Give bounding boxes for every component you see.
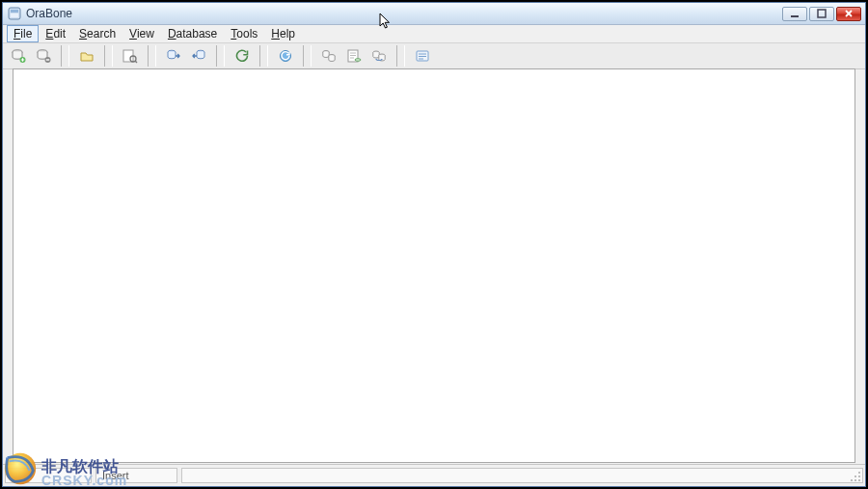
refresh-all-icon[interactable] (274, 44, 297, 68)
import-icon[interactable] (187, 44, 210, 68)
open-icon[interactable] (75, 44, 98, 68)
separator-icon (148, 45, 156, 67)
status-cell-left (5, 468, 92, 483)
statusbar: Insert (3, 464, 865, 486)
svg-point-21 (858, 472, 860, 474)
sql-editor-icon[interactable] (411, 44, 434, 68)
export-icon[interactable] (162, 44, 185, 68)
minimize-button[interactable] (782, 7, 807, 21)
new-connection-icon[interactable] (7, 44, 30, 68)
find-icon[interactable] (119, 44, 142, 68)
script-icon[interactable] (342, 44, 366, 68)
menubar: File Edit Search View Database Tools Hel… (3, 25, 865, 43)
app-window: OraBone File Edit Search View Database T… (2, 2, 866, 487)
toolbar (3, 43, 865, 69)
menu-edit[interactable]: Edit (39, 25, 72, 42)
menu-help[interactable]: Help (264, 25, 302, 42)
close-button[interactable] (836, 7, 861, 21)
status-cell-main (181, 468, 863, 483)
compare-icon[interactable] (367, 44, 391, 68)
window-controls (782, 5, 861, 22)
svg-rect-4 (818, 10, 826, 17)
svg-rect-1 (11, 10, 18, 13)
resize-grip-icon[interactable] (848, 469, 863, 484)
app-icon (7, 6, 22, 21)
svg-point-25 (854, 479, 856, 481)
separator-icon (259, 45, 268, 67)
menu-file[interactable]: File (7, 25, 39, 42)
content-area[interactable] (13, 68, 855, 463)
titlebar[interactable]: OraBone (3, 3, 865, 25)
menu-tools[interactable]: Tools (224, 25, 264, 42)
svg-point-23 (858, 475, 860, 477)
svg-point-22 (854, 475, 856, 477)
separator-icon (61, 45, 69, 67)
separator-icon (104, 45, 113, 67)
separator-icon (216, 45, 225, 67)
svg-point-24 (851, 479, 853, 481)
svg-rect-2 (11, 14, 18, 17)
svg-rect-3 (791, 15, 799, 17)
menu-database[interactable]: Database (161, 25, 224, 42)
separator-icon (396, 45, 405, 67)
svg-point-17 (355, 59, 361, 62)
refresh-icon[interactable] (231, 44, 254, 68)
copy-struct-icon[interactable] (317, 44, 340, 68)
menu-view[interactable]: View (122, 25, 161, 42)
window-title: OraBone (26, 7, 72, 20)
maximize-button[interactable] (809, 7, 834, 21)
svg-point-26 (858, 479, 860, 481)
disconnect-icon[interactable] (32, 44, 55, 68)
status-mode: Insert (95, 468, 177, 483)
menu-search[interactable]: Search (72, 25, 122, 42)
separator-icon (303, 45, 312, 67)
